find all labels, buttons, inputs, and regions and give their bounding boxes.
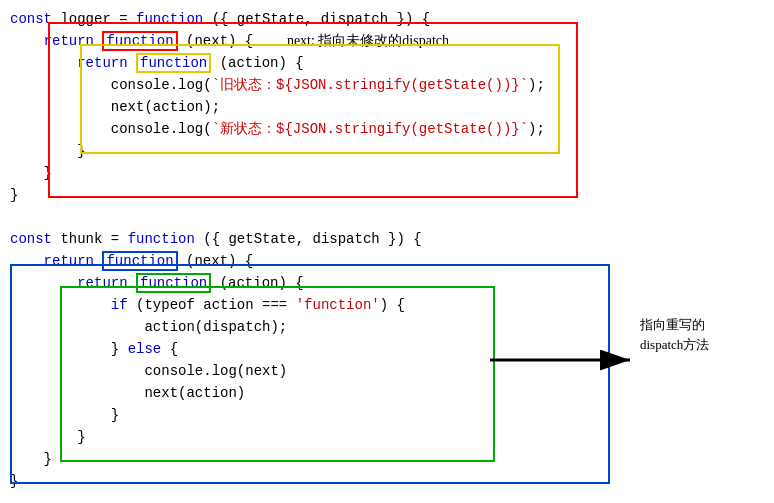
code-line-11: const thunk = function ({ getState, disp… <box>10 228 764 250</box>
code-line-9: } <box>10 184 764 206</box>
code-line-13: return function (action) { <box>10 272 764 294</box>
code-line-4: console.log(`旧状态：${JSON.stringify(getSta… <box>10 74 764 96</box>
code-line-19: } <box>10 404 764 426</box>
code-line-18: next(action) <box>10 382 764 404</box>
code-line-1: const logger = function ({ getState, dis… <box>10 8 764 30</box>
code-line-12: return function (next) { <box>10 250 764 272</box>
code-line-8: } <box>10 162 764 184</box>
code-line-22: } <box>10 470 764 492</box>
code-line-20: } <box>10 426 764 448</box>
code-line-17: console.log(next) <box>10 360 764 382</box>
dispatch-annotation: 指向重写的 dispatch方法 <box>640 315 709 355</box>
code-line-6: console.log(`新状态：${JSON.stringify(getSta… <box>10 118 764 140</box>
code-block: const logger = function ({ getState, dis… <box>0 0 774 500</box>
code-line-10 <box>10 206 764 228</box>
code-line-7: } <box>10 140 764 162</box>
code-line-2: return function (next) { next: 指向未修改的dis… <box>10 30 764 52</box>
code-line-3: return function (action) { <box>10 52 764 74</box>
code-line-21: } <box>10 448 764 470</box>
code-line-14: if (typeof action === 'function') { <box>10 294 764 316</box>
code-line-5: next(action); <box>10 96 764 118</box>
